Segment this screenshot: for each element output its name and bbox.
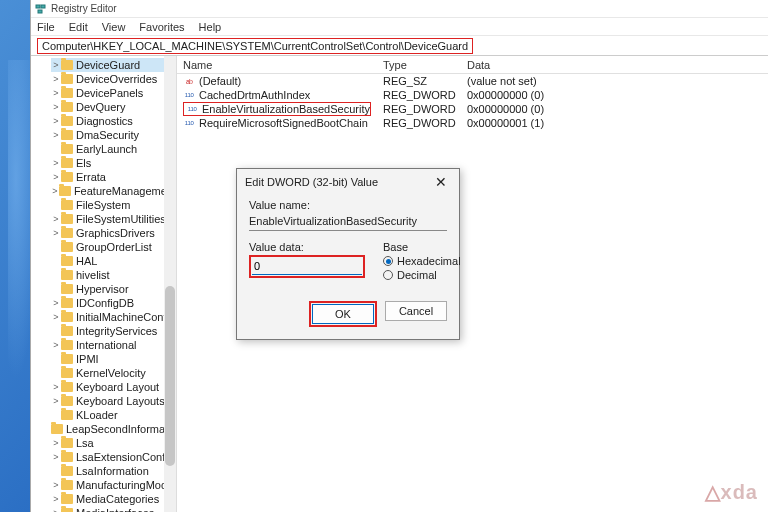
tree-item[interactable]: >Lsa [51, 436, 176, 450]
tree-item[interactable]: >MediaCategories [51, 492, 176, 506]
tree-item[interactable]: IntegrityServices [51, 324, 176, 338]
tree-item[interactable]: KLoader [51, 408, 176, 422]
folder-icon [61, 480, 73, 490]
list-row[interactable]: RequireMicrosoftSignedBootChainREG_DWORD… [177, 116, 768, 130]
tree-item[interactable]: hivelist [51, 268, 176, 282]
titlebar[interactable]: Registry Editor [31, 0, 768, 18]
tree-item[interactable]: >Keyboard Layouts [51, 394, 176, 408]
value-data: 0x00000001 (1) [461, 117, 768, 129]
tree-label: LeapSecondInformation [66, 423, 177, 435]
col-type[interactable]: Type [377, 59, 461, 71]
tree-item[interactable]: >LsaExtensionConfig [51, 450, 176, 464]
tree-item[interactable]: >Els [51, 156, 176, 170]
menu-file[interactable]: File [37, 21, 55, 33]
expand-icon[interactable]: > [51, 452, 61, 462]
menu-help[interactable]: Help [199, 21, 222, 33]
expand-icon[interactable]: > [51, 88, 61, 98]
tree-item[interactable]: >Errata [51, 170, 176, 184]
expand-icon[interactable]: > [51, 312, 61, 322]
tree-item[interactable]: Hypervisor [51, 282, 176, 296]
folder-icon [61, 242, 73, 252]
tree-label: DmaSecurity [76, 129, 139, 141]
tree-item[interactable]: >InitialMachineConfig [51, 310, 176, 324]
folder-icon [61, 284, 73, 294]
dword-icon [183, 117, 195, 129]
tree-item[interactable]: >Keyboard Layout [51, 380, 176, 394]
tree-item[interactable]: FileSystem [51, 198, 176, 212]
expand-icon[interactable]: > [51, 186, 59, 196]
tree-item[interactable]: >DeviceGuard [51, 58, 176, 72]
col-name[interactable]: Name [177, 59, 377, 71]
col-data[interactable]: Data [461, 59, 768, 71]
expand-icon[interactable]: > [51, 172, 61, 182]
folder-icon [61, 144, 73, 154]
tree-item[interactable]: >DevicePanels [51, 86, 176, 100]
expand-icon[interactable]: > [51, 340, 61, 350]
list-row[interactable]: (Default)REG_SZ(value not set) [177, 74, 768, 88]
tree-item[interactable]: HAL [51, 254, 176, 268]
tree-item[interactable]: KernelVelocity [51, 366, 176, 380]
tree-item[interactable]: >IDConfigDB [51, 296, 176, 310]
expand-icon[interactable]: > [51, 508, 61, 512]
valuename-field[interactable]: EnableVirtualizationBasedSecurity [249, 213, 447, 231]
cancel-button[interactable]: Cancel [385, 301, 447, 321]
tree-label: DeviceOverrides [76, 73, 157, 85]
expand-icon[interactable]: > [51, 158, 61, 168]
menu-edit[interactable]: Edit [69, 21, 88, 33]
tree-item[interactable]: EarlyLaunch [51, 142, 176, 156]
expand-icon[interactable]: > [51, 382, 61, 392]
expand-icon[interactable]: > [51, 298, 61, 308]
tree-item[interactable]: >MediaInterfaces [51, 506, 176, 512]
radio-dec[interactable]: Decimal [383, 269, 461, 281]
folder-icon [61, 340, 73, 350]
expand-icon[interactable]: > [51, 396, 61, 406]
tree-scroll-thumb[interactable] [165, 286, 175, 466]
folder-icon [51, 424, 63, 434]
list-row[interactable]: CachedDrtmAuthIndexREG_DWORD0x00000000 (… [177, 88, 768, 102]
expand-icon[interactable]: > [51, 102, 61, 112]
tree-label: DevicePanels [76, 87, 143, 99]
tree-label: ManufacturingMode [76, 479, 173, 491]
close-icon[interactable]: ✕ [431, 172, 451, 192]
folder-icon [61, 102, 73, 112]
expand-icon[interactable]: > [51, 438, 61, 448]
dialog-titlebar[interactable]: Edit DWORD (32-bit) Value ✕ [237, 169, 459, 195]
expand-icon[interactable]: > [51, 130, 61, 140]
tree-item[interactable]: >DmaSecurity [51, 128, 176, 142]
tree-label: FileSystem [76, 199, 130, 211]
expand-icon[interactable]: > [51, 60, 61, 70]
expand-icon[interactable]: > [51, 228, 61, 238]
tree-item[interactable]: >DeviceOverrides [51, 72, 176, 86]
tree-item[interactable]: LsaInformation [51, 464, 176, 478]
expand-icon[interactable]: > [51, 480, 61, 490]
expand-icon[interactable]: > [51, 494, 61, 504]
tree-item[interactable]: >International [51, 338, 176, 352]
tree-item[interactable]: >GraphicsDrivers [51, 226, 176, 240]
expand-icon[interactable]: > [51, 214, 61, 224]
expand-icon[interactable]: > [51, 116, 61, 126]
tree-item[interactable]: >ManufacturingMode [51, 478, 176, 492]
list-header[interactable]: Name Type Data [177, 56, 768, 74]
folder-icon [61, 508, 73, 512]
valuedata-input[interactable] [252, 258, 362, 275]
tree-scrollbar[interactable] [164, 56, 176, 512]
address-path[interactable]: Computer\HKEY_LOCAL_MACHINE\SYSTEM\Curre… [37, 38, 473, 54]
menu-favorites[interactable]: Favorites [139, 21, 184, 33]
value-type: REG_SZ [377, 75, 461, 87]
tree-item[interactable]: GroupOrderList [51, 240, 176, 254]
tree-item[interactable]: LeapSecondInformation [51, 422, 176, 436]
address-bar[interactable]: Computer\HKEY_LOCAL_MACHINE\SYSTEM\Curre… [31, 36, 768, 56]
tree-item[interactable]: >FileSystemUtilities [51, 212, 176, 226]
ok-button[interactable]: OK [312, 304, 374, 324]
tree-item[interactable]: >Diagnostics [51, 114, 176, 128]
tree-item[interactable]: >DevQuery [51, 100, 176, 114]
radio-hex[interactable]: Hexadecimal [383, 255, 461, 267]
radio-icon [383, 256, 393, 266]
tree-item[interactable]: >FeatureManagement [51, 184, 176, 198]
folder-icon [61, 88, 73, 98]
expand-icon[interactable]: > [51, 74, 61, 84]
value-name: CachedDrtmAuthIndex [199, 89, 310, 101]
tree-item[interactable]: IPMI [51, 352, 176, 366]
menu-view[interactable]: View [102, 21, 126, 33]
list-row[interactable]: EnableVirtualizationBasedSecurityREG_DWO… [177, 102, 768, 116]
